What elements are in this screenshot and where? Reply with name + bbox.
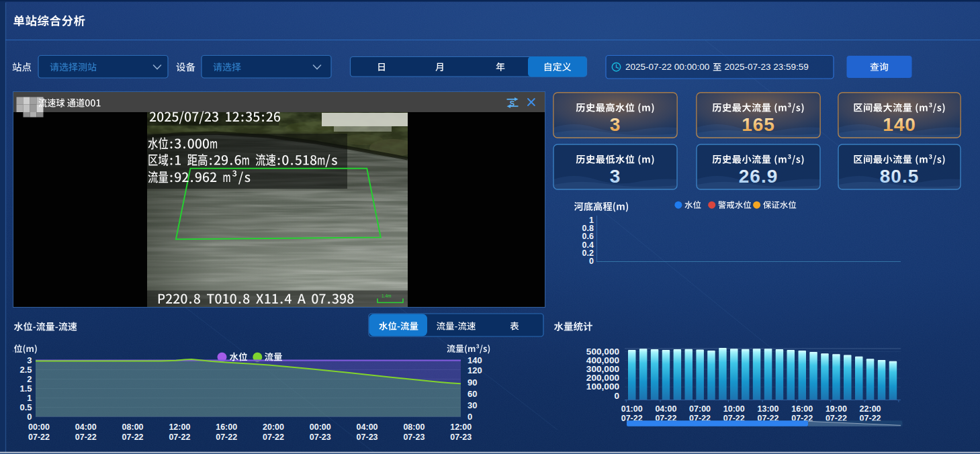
svg-text:3: 3	[610, 166, 621, 187]
svg-text:07-22: 07-22	[122, 433, 144, 442]
svg-text:04:00: 04:00	[357, 422, 378, 432]
svg-text:07-22: 07-22	[169, 433, 190, 442]
svg-text:3: 3	[610, 114, 621, 135]
svg-text:07:00: 07:00	[689, 404, 711, 414]
svg-text:3: 3	[27, 355, 32, 365]
svg-text:400,000: 400,000	[586, 355, 619, 365]
svg-text:07-23: 07-23	[357, 433, 378, 442]
svg-text:20:00: 20:00	[263, 422, 284, 432]
svg-text:1.5: 1.5	[19, 383, 32, 394]
svg-text:0: 0	[614, 391, 619, 401]
svg-text:300,000: 300,000	[586, 364, 619, 374]
svg-text:2025-07-22 00:00:00: 2025-07-22 00:00:00	[625, 62, 709, 72]
svg-text:0.5: 0.5	[19, 402, 32, 412]
svg-text:01:00: 01:00	[621, 404, 643, 414]
svg-text:07-22: 07-22	[263, 433, 284, 442]
svg-text:12:00: 12:00	[169, 422, 190, 432]
svg-text:12:00: 12:00	[450, 422, 472, 432]
svg-text:0: 0	[467, 412, 472, 422]
svg-text:200,000: 200,000	[586, 373, 619, 383]
svg-text:140: 140	[883, 114, 916, 135]
svg-text:1.4m: 1.4m	[382, 293, 391, 298]
svg-text:1: 1	[27, 393, 32, 403]
svg-text:19:00: 19:00	[826, 404, 847, 414]
svg-text:120: 120	[467, 365, 482, 375]
svg-text:16:00: 16:00	[216, 422, 237, 432]
svg-text:165: 165	[742, 114, 775, 135]
svg-text:26.9: 26.9	[739, 166, 778, 187]
svg-text:2.5: 2.5	[19, 365, 32, 375]
svg-text:140: 140	[467, 355, 482, 365]
svg-text:30: 30	[467, 400, 477, 410]
svg-text:00:00: 00:00	[28, 422, 50, 432]
svg-text:04:00: 04:00	[655, 404, 676, 414]
svg-text:04:00: 04:00	[75, 422, 97, 432]
svg-text:100,000: 100,000	[586, 381, 619, 392]
svg-text:07-23: 07-23	[403, 433, 425, 442]
svg-text:07-22: 07-22	[216, 433, 237, 442]
svg-text:22:00: 22:00	[860, 404, 881, 414]
svg-text:08:00: 08:00	[122, 422, 144, 432]
svg-text:500,000: 500,000	[586, 347, 619, 357]
svg-text:0: 0	[589, 257, 594, 266]
svg-text:60: 60	[467, 389, 477, 399]
svg-text:00:00: 00:00	[310, 422, 331, 432]
svg-text:10:00: 10:00	[723, 404, 745, 414]
svg-text:07-22: 07-22	[75, 433, 97, 442]
svg-text:80.5: 80.5	[880, 166, 920, 187]
svg-text:13:00: 13:00	[758, 404, 779, 414]
svg-text:08:00: 08:00	[403, 422, 425, 432]
svg-text:90: 90	[467, 377, 477, 388]
svg-text:07-22: 07-22	[28, 433, 50, 442]
svg-text:07-23: 07-23	[450, 433, 472, 442]
svg-text:2: 2	[27, 374, 32, 384]
svg-text:16:00: 16:00	[791, 404, 813, 414]
svg-text:2025-07-23 23:59:59: 2025-07-23 23:59:59	[725, 62, 809, 72]
svg-text:07-23: 07-23	[310, 433, 331, 442]
svg-text:0: 0	[27, 412, 32, 422]
